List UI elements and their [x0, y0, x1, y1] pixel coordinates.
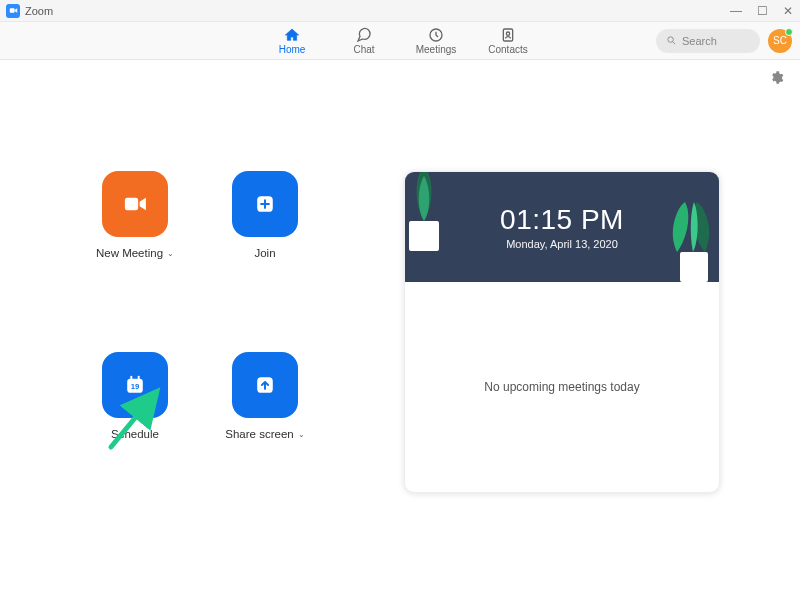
join-label: Join	[254, 247, 275, 259]
clock-date: Monday, April 13, 2020	[506, 238, 618, 250]
avatar[interactable]: SC	[768, 29, 792, 53]
maximize-button[interactable]: ☐	[756, 4, 768, 18]
share-screen-button[interactable]	[232, 352, 298, 418]
video-icon	[121, 190, 149, 218]
arrow-up-icon	[251, 371, 279, 399]
svg-text:19: 19	[131, 382, 140, 391]
join-button[interactable]	[232, 171, 298, 237]
chevron-down-icon[interactable]: ⌄	[167, 249, 174, 258]
schedule-button[interactable]: 19	[102, 352, 168, 418]
tab-home-label: Home	[279, 44, 306, 55]
clock-icon	[428, 27, 444, 43]
toolbar: Home Chat Meetings Contacts Search SC	[0, 22, 800, 60]
svg-point-4	[668, 37, 674, 43]
plant-decoration	[405, 172, 459, 256]
new-meeting-label: New Meeting	[96, 247, 163, 259]
tab-home[interactable]: Home	[270, 22, 314, 59]
clock-time: 01:15 PM	[500, 204, 624, 236]
svg-rect-12	[409, 221, 439, 251]
tab-contacts[interactable]: Contacts	[486, 22, 530, 59]
search-icon	[666, 35, 677, 46]
plant-decoration	[665, 202, 719, 282]
svg-rect-13	[680, 252, 708, 282]
close-button[interactable]: ✕	[782, 4, 794, 18]
plus-icon	[251, 190, 279, 218]
search-input[interactable]: Search	[656, 29, 760, 53]
action-grid: New Meeting ⌄ Join	[80, 171, 320, 493]
home-icon	[284, 27, 300, 43]
contacts-icon	[500, 27, 516, 43]
svg-point-3	[506, 32, 509, 35]
chat-icon	[356, 27, 372, 43]
svg-rect-9	[138, 376, 140, 381]
no-meetings-text: No upcoming meetings today	[484, 380, 639, 394]
window-titlebar: Zoom — ☐ ✕	[0, 0, 800, 22]
zoom-app-icon	[6, 4, 20, 18]
gear-icon	[769, 70, 784, 85]
tab-contacts-label: Contacts	[488, 44, 527, 55]
settings-button[interactable]	[769, 70, 784, 89]
window-title: Zoom	[25, 5, 53, 17]
tab-meetings[interactable]: Meetings	[414, 22, 458, 59]
chevron-down-icon[interactable]: ⌄	[298, 430, 305, 439]
search-placeholder: Search	[682, 35, 717, 47]
tab-chat[interactable]: Chat	[342, 22, 386, 59]
svg-rect-5	[125, 198, 138, 210]
presence-dot	[785, 28, 793, 36]
tab-chat-label: Chat	[353, 44, 374, 55]
upcoming-meetings-card: 01:15 PM Monday, April 13, 2020 No upcom…	[404, 171, 720, 493]
minimize-button[interactable]: —	[730, 4, 742, 18]
clock-panel: 01:15 PM Monday, April 13, 2020	[405, 172, 719, 282]
tab-meetings-label: Meetings	[416, 44, 457, 55]
share-screen-label: Share screen	[225, 428, 293, 440]
new-meeting-button[interactable]	[102, 171, 168, 237]
svg-rect-8	[130, 376, 132, 381]
avatar-initials: SC	[773, 35, 787, 46]
svg-rect-0	[9, 8, 14, 13]
calendar-icon: 19	[121, 371, 149, 399]
schedule-label: Schedule	[111, 428, 159, 440]
